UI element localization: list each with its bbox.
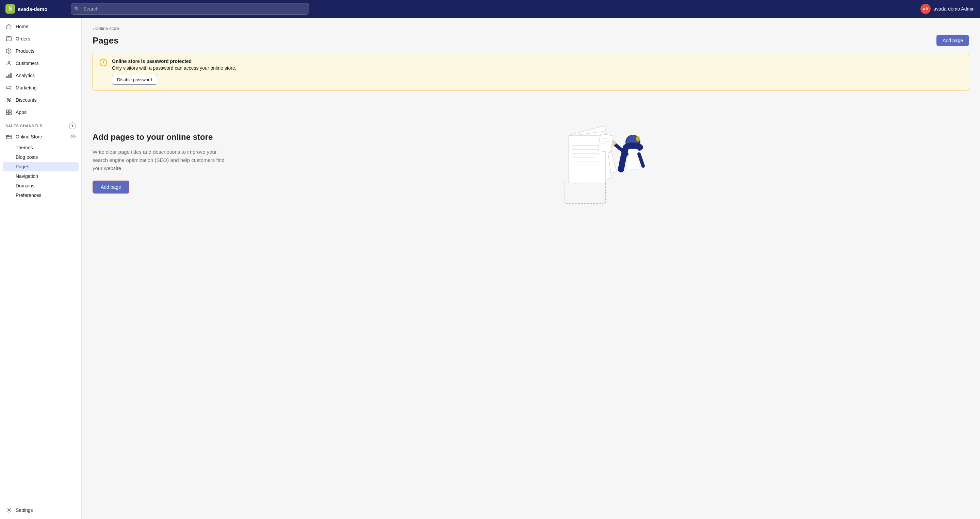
search-icon: 🔍 [74,6,80,11]
settings-icon [5,507,12,514]
customers-icon [5,60,12,67]
sidebar-item-domains[interactable]: Domains [0,181,81,190]
svg-line-31 [639,154,643,166]
svg-rect-2 [6,76,8,78]
sidebar-item-preferences[interactable]: Preferences [0,190,81,200]
breadcrumb-chevron-icon: ‹ [92,26,94,31]
empty-state: Add pages to your online store Write cle… [92,102,969,224]
add-page-button-top[interactable]: Add page [937,35,969,46]
empty-state-heading: Add pages to your online store [92,132,229,142]
online-store-icon [5,133,12,140]
svg-point-12 [7,136,8,136]
sidebar-label-analytics: Analytics [16,73,35,78]
sidebar-item-home[interactable]: Home [0,21,81,33]
alert-banner: ! Online store is password protected Onl… [92,53,969,90]
sidebar-item-navigation[interactable]: Navigation [0,171,81,181]
svg-rect-29 [627,149,639,169]
avatar[interactable]: aA [920,4,931,14]
svg-point-6 [9,100,11,102]
orders-icon [5,35,12,42]
svg-rect-7 [6,110,8,112]
sidebar-label-products: Products [16,48,34,54]
svg-point-1 [8,61,10,63]
sidebar-item-discounts[interactable]: Discounts [0,94,81,106]
products-icon [5,48,12,54]
logo-area[interactable]: S avada-demo [5,4,67,14]
sidebar-item-online-store[interactable]: Online Store [0,130,81,143]
page-header: Pages Add page [92,35,969,46]
svg-point-14 [73,136,74,137]
home-icon [5,23,12,30]
svg-point-15 [8,509,10,511]
sidebar-item-marketing[interactable]: Marketing [0,82,81,94]
sidebar-label-marketing: Marketing [16,85,37,90]
analytics-icon [5,72,12,79]
breadcrumb-parent: Online store [95,26,119,31]
disable-password-button[interactable]: Disable password [112,75,157,85]
sidebar-nav: Home Orders Products [0,18,81,501]
shopify-icon: S [5,4,15,14]
sidebar-label-orders: Orders [16,36,30,41]
sidebar-label-customers: Customers [16,60,39,66]
discounts-icon [5,97,12,103]
alert-description: Only visitors with a password can access… [112,65,962,71]
svg-rect-0 [6,37,11,41]
svg-point-13 [8,136,8,136]
sidebar-bottom: Settings [0,501,81,519]
svg-point-37 [636,136,640,141]
sidebar-item-products[interactable]: Products [0,45,81,57]
online-store-label: Online Store [16,134,42,140]
admin-label: avada-demo Admin [933,6,975,11]
main-content: ‹ Online store Pages Add page ! Online s… [82,18,980,519]
sidebar-item-blog-posts[interactable]: Blog posts [0,152,81,162]
search-bar[interactable]: 🔍 [71,3,309,14]
sidebar-item-orders[interactable]: Orders [0,33,81,45]
sidebar-label-apps: Apps [16,110,27,115]
svg-rect-8 [9,110,11,112]
sidebar-label-discounts: Discounts [16,97,37,103]
add-page-button-empty[interactable]: Add page [92,181,129,194]
marketing-icon [5,84,12,91]
svg-rect-33 [598,134,613,153]
svg-rect-10 [9,113,11,114]
sidebar-item-customers[interactable]: Customers [0,57,81,69]
empty-state-illustration [242,115,969,210]
alert-title: Online store is password protected [112,59,962,64]
breadcrumb[interactable]: ‹ Online store [92,26,969,31]
sidebar-item-pages[interactable]: Pages [3,162,79,171]
illustration-svg [548,115,663,210]
sidebar-item-themes[interactable]: Themes [0,143,81,152]
empty-state-text: Add pages to your online store Write cle… [92,132,229,193]
store-name: avada-demo [18,6,48,12]
eye-icon[interactable] [70,134,76,140]
sales-channels-header: SALES CHANNELS + [0,118,81,130]
sidebar-label-home: Home [16,24,28,29]
sidebar-item-apps[interactable]: Apps [0,106,81,118]
svg-rect-9 [6,113,8,114]
sidebar-item-settings[interactable]: Settings [0,504,81,516]
empty-state-description: Write clear page titles and descriptions… [92,148,229,173]
alert-icon: ! [100,59,107,66]
top-nav-right: aA avada-demo Admin [920,4,975,14]
settings-label: Settings [16,508,33,513]
sidebar-item-analytics[interactable]: Analytics [0,69,81,82]
alert-content: Online store is password protected Only … [112,59,962,85]
top-navigation: S avada-demo 🔍 aA avada-demo Admin [0,0,980,18]
search-input[interactable] [71,3,309,14]
svg-point-5 [8,98,9,100]
svg-rect-25 [565,183,606,203]
sidebar: Home Orders Products [0,18,82,519]
svg-rect-3 [8,75,10,78]
add-sales-channel-button[interactable]: + [69,122,76,129]
page-title: Pages [92,35,119,46]
apps-icon [5,109,12,116]
svg-rect-4 [11,73,11,78]
